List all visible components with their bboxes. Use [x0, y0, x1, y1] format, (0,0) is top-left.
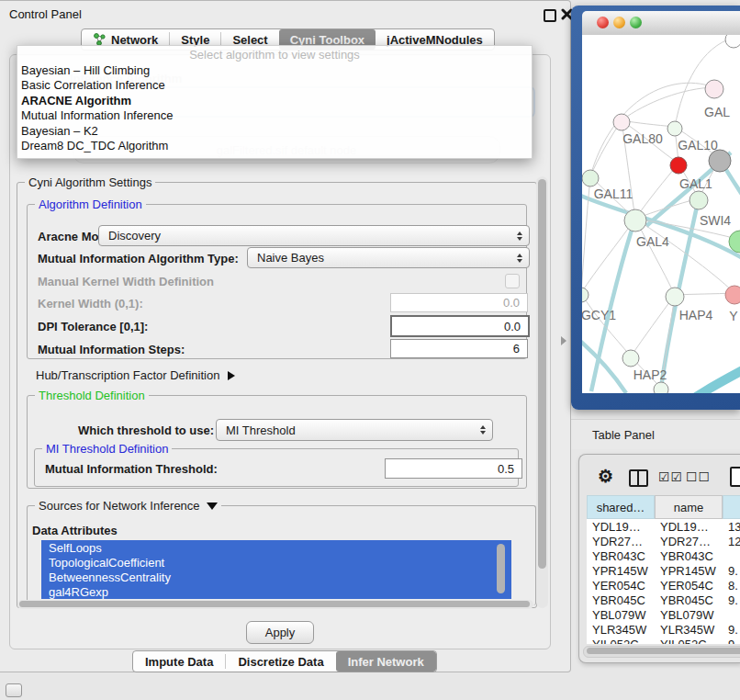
settings-horizontal-scrollbar[interactable]: [17, 600, 533, 609]
table-cell[interactable]: YIL052C: [592, 638, 639, 644]
mi-type-value: Naive Bayes: [257, 251, 324, 265]
table-cell[interactable]: 9.: [728, 593, 738, 607]
list-vertical-scrollbar-thumb[interactable]: [497, 544, 505, 593]
sources-group-title: Sources for Network Inference: [39, 499, 200, 513]
table-cell[interactable]: 9.: [728, 564, 738, 578]
table-cell[interactable]: YBR045C: [660, 593, 713, 607]
document-icon[interactable]: [730, 467, 740, 487]
table-cell[interactable]: YDR27…: [592, 535, 643, 548]
network-node-bright-green[interactable]: [729, 231, 740, 253]
network-node-gal-top[interactable]: [705, 80, 723, 98]
dpi-tolerance-value: 0.0: [504, 320, 521, 333]
settings-vertical-scrollbar-thumb[interactable]: [538, 179, 546, 569]
sources-group-title-row[interactable]: Sources for Network Inference: [35, 499, 221, 513]
dpi-tolerance-field[interactable]: 0.0: [390, 315, 530, 337]
network-window-titlebar[interactable]: [582, 11, 740, 36]
data-attributes-list[interactable]: SelfLoops TopologicalCoefficient Between…: [41, 540, 511, 599]
list-item[interactable]: TopologicalCoefficient: [41, 555, 511, 570]
network-node-hap2[interactable]: [622, 350, 639, 367]
network-node[interactable]: [654, 382, 668, 393]
table-cell[interactable]: YBR043C: [592, 549, 645, 563]
mi-type-combobox[interactable]: Naive Bayes: [247, 247, 530, 268]
node-label: GAL: [704, 105, 730, 119]
table-horizontal-scrollbar-thumb[interactable]: [587, 648, 740, 654]
close-traffic-light-icon[interactable]: [597, 17, 609, 28]
which-threshold-value: MI Threshold: [226, 423, 296, 437]
tab-infer-network[interactable]: Infer Network: [336, 651, 436, 672]
deselect-all-checkboxes-icon[interactable]: ☐☐: [686, 469, 711, 484]
table-cell[interactable]: YDL19…: [592, 520, 641, 534]
minimized-panel-icon[interactable]: [6, 683, 22, 697]
table-cell[interactable]: YBR045C: [592, 593, 645, 607]
table-cell[interactable]: 12: [728, 535, 740, 548]
table-cell[interactable]: YLR345W: [660, 623, 714, 637]
table-body[interactable]: YDL19… YDL19… 13 YDR27… YDR27… 12 YBR043…: [587, 519, 740, 644]
dropdown-item[interactable]: Dream8 DC_TDC Algorithm: [17, 139, 532, 154]
dropdown-item[interactable]: Bayesian – Hill Climbing: [17, 62, 532, 78]
network-node-salmon[interactable]: [725, 286, 740, 304]
list-item[interactable]: gal4RGexp: [41, 584, 511, 599]
select-all-checkboxes-icon[interactable]: ☑☑: [658, 469, 683, 484]
manual-kernel-checkbox[interactable]: [505, 274, 520, 288]
table-cell[interactable]: YER054C: [660, 579, 713, 593]
table-cell[interactable]: YDL19…: [660, 520, 709, 534]
node-label: GAL80: [622, 131, 663, 146]
zoom-traffic-light-icon[interactable]: [630, 17, 642, 28]
table-cell[interactable]: 13: [728, 520, 740, 534]
table-cell[interactable]: YPR145W: [592, 564, 648, 578]
tab-impute-data-label: Impute Data: [145, 655, 213, 669]
list-item[interactable]: SelfLoops: [41, 540, 511, 555]
column-header-cut[interactable]: [723, 495, 740, 519]
aracne-mode-combobox[interactable]: Discovery: [98, 225, 530, 246]
table-cell[interactable]: 8.: [728, 579, 738, 593]
tab-discretize-data[interactable]: Discretize Data: [226, 651, 335, 672]
network-node-gal1[interactable]: [690, 191, 708, 209]
table-cell[interactable]: 9.: [728, 638, 738, 644]
float-window-icon[interactable]: [544, 9, 556, 22]
tab-impute-data[interactable]: Impute Data: [133, 651, 225, 672]
network-node-gray[interactable]: [709, 150, 731, 172]
column-header-name[interactable]: name: [655, 495, 723, 519]
columns-icon[interactable]: [629, 469, 648, 487]
table-cell[interactable]: YLR345W: [592, 623, 646, 637]
kernel-width-field[interactable]: 0.0: [390, 293, 528, 312]
minimize-traffic-light-icon[interactable]: [613, 17, 625, 28]
table-cell[interactable]: YPR145W: [660, 564, 716, 578]
table-cell[interactable]: YBL079W: [660, 608, 714, 622]
table-cell[interactable]: 9.: [728, 623, 738, 637]
list-item-label: BetweennessCentrality: [49, 570, 171, 584]
network-node[interactable]: [725, 35, 740, 48]
network-canvas[interactable]: GAL GAL80 GAL10 GAL1 GAL11 SWI4 GAL4 GCY…: [582, 35, 740, 393]
table-cell[interactable]: YBL079W: [592, 608, 646, 622]
network-node-gal11[interactable]: [582, 170, 599, 186]
table-cell[interactable]: YIL052C: [660, 638, 707, 644]
network-node-gal4[interactable]: [624, 209, 646, 231]
dropdown-item-selected[interactable]: ARACNE Algorithm: [17, 93, 532, 108]
mi-threshold-group-title: MI Threshold Definition: [42, 442, 172, 456]
network-node-hap4[interactable]: [666, 288, 684, 306]
dropdown-item[interactable]: Bayesian – K2: [17, 123, 532, 139]
table-horizontal-scrollbar[interactable]: [583, 646, 740, 658]
mi-steps-field[interactable]: 6: [390, 339, 528, 358]
node-label: HAP2: [633, 367, 667, 382]
dropdown-item[interactable]: Basic Correlation Inference: [17, 78, 532, 94]
settings-horizontal-scrollbar-thumb[interactable]: [19, 601, 530, 607]
table-cell[interactable]: YDR27…: [660, 535, 711, 548]
table-cell[interactable]: YBR043C: [660, 549, 713, 563]
mi-threshold-field[interactable]: 0.5: [385, 458, 522, 479]
table-cell[interactable]: YER054C: [592, 579, 645, 593]
network-edge-thick-teal: [690, 362, 740, 393]
network-node-gcy1[interactable]: [582, 288, 589, 302]
hub-definition-expander[interactable]: Hub/Transcription Factor Definition: [36, 368, 235, 382]
gear-icon[interactable]: ⚙: [598, 468, 613, 485]
network-node-red-selected[interactable]: [670, 157, 687, 174]
network-node-gal80[interactable]: [613, 114, 630, 130]
apply-button[interactable]: Apply: [246, 621, 314, 644]
column-header-shared-name[interactable]: shared…: [587, 495, 655, 519]
which-threshold-combobox[interactable]: MI Threshold: [216, 419, 493, 441]
settings-vertical-scrollbar[interactable]: [536, 176, 548, 608]
network-node-gal10[interactable]: [667, 121, 682, 136]
dropdown-item[interactable]: Mutual Information Inference: [17, 108, 532, 124]
list-item[interactable]: BetweennessCentrality: [41, 570, 511, 584]
panel-splitter-arrow-icon[interactable]: [561, 336, 566, 345]
